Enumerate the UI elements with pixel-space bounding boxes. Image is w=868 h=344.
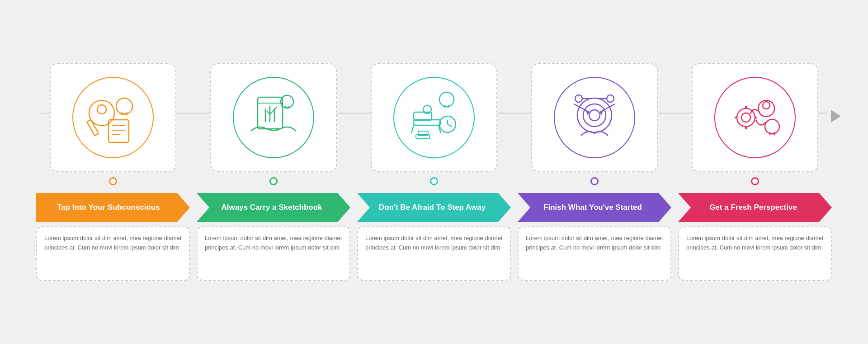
svg-rect-6	[108, 120, 129, 142]
desc-card-5: Lorem ipsum dolor sit dim amet, mea regi…	[678, 226, 832, 281]
arrow-label-2: Always Carry a Sketchbook	[197, 193, 350, 222]
svg-marker-40	[600, 109, 604, 115]
svg-point-1	[97, 105, 106, 114]
svg-line-22	[411, 125, 414, 133]
arrows-row: Tap Into Your Subconscious Always Carry …	[14, 193, 854, 222]
arrow-title-3: Don't Be Afraid To Step Away	[379, 203, 486, 212]
svg-point-46	[741, 113, 750, 122]
arrow-title-2: Always Carry a Sketchbook	[222, 203, 322, 212]
subconscious-icon	[81, 86, 145, 149]
arrow-title-4: Finish What You've Started	[543, 203, 642, 212]
desc-text-5: Lorem ipsum dolor sit dim amet, mea regi…	[686, 235, 823, 251]
desc-text-3: Lorem ipsum dolor sit dim amet, mea regi…	[365, 235, 502, 251]
timeline-dot-5	[751, 177, 759, 185]
icon-circle-1	[72, 77, 154, 158]
timeline-dot-4	[590, 177, 599, 185]
svg-marker-38	[585, 109, 589, 115]
icon-circle-3	[393, 77, 475, 158]
icon-card-5	[692, 63, 818, 172]
card-item-3	[357, 63, 511, 191]
icon-card-4	[531, 63, 658, 172]
svg-point-42	[607, 95, 614, 102]
icon-card-2	[210, 63, 337, 172]
svg-point-25	[439, 92, 454, 107]
svg-point-2	[116, 98, 132, 114]
timeline-dot-3	[430, 177, 438, 185]
desc-card-3: Lorem ipsum dolor sit dim amet, mea regi…	[357, 226, 511, 281]
svg-line-31	[448, 124, 452, 127]
svg-rect-10	[87, 120, 99, 136]
arrow-label-4: Finish What You've Started	[518, 193, 671, 222]
arrow-label-3: Don't Be Afraid To Step Away	[357, 193, 511, 222]
svg-point-53	[765, 119, 779, 134]
arrow-label-5: Get a Fresh Perspective	[678, 193, 832, 222]
desc-card-2: Lorem ipsum dolor sit dim amet, mea regi…	[197, 226, 350, 281]
arrow-label-1: Tap Into Your Subconscious	[36, 193, 190, 222]
card-item-2	[197, 63, 350, 191]
card-item-5	[678, 63, 832, 191]
sketchbook-icon	[242, 86, 305, 149]
svg-point-52	[763, 102, 770, 109]
icon-circle-2	[233, 77, 314, 158]
icon-circle-4	[554, 77, 635, 158]
svg-point-41	[575, 95, 582, 102]
svg-point-0	[89, 100, 114, 126]
infographic-container: Tap Into Your Subconscious Always Carry …	[14, 14, 854, 330]
desc-card-4: Lorem ipsum dolor sit dim amet, mea regi…	[518, 226, 671, 281]
desc-row: Lorem ipsum dolor sit dim amet, mea regi…	[14, 226, 854, 281]
timeline-dot-1	[109, 177, 117, 185]
card-item-1	[36, 63, 190, 191]
end-triangle-icon	[831, 110, 841, 123]
icon-card-3	[371, 63, 497, 172]
desc-text-1: Lorem ipsum dolor sit dim amet, mea regi…	[44, 235, 181, 251]
stepaway-icon	[402, 86, 466, 149]
desc-text-2: Lorem ipsum dolor sit dim amet, mea regi…	[205, 235, 342, 251]
desc-card-1: Lorem ipsum dolor sit dim amet, mea regi…	[36, 226, 190, 281]
svg-point-36	[589, 110, 600, 121]
cards-row	[14, 63, 854, 191]
arrow-title-1: Tap Into Your Subconscious	[57, 203, 160, 212]
svg-point-35	[583, 104, 606, 127]
finish-icon	[563, 86, 626, 149]
svg-point-34	[577, 98, 612, 132]
arrow-title-5: Get a Fresh Perspective	[709, 203, 797, 212]
card-item-4	[518, 63, 671, 191]
timeline-dot-2	[269, 177, 278, 185]
desc-text-4: Lorem ipsum dolor sit dim amet, mea regi…	[526, 235, 663, 251]
icon-card-1	[50, 63, 176, 172]
icon-circle-5	[714, 77, 796, 158]
perspective-icon	[723, 86, 787, 149]
